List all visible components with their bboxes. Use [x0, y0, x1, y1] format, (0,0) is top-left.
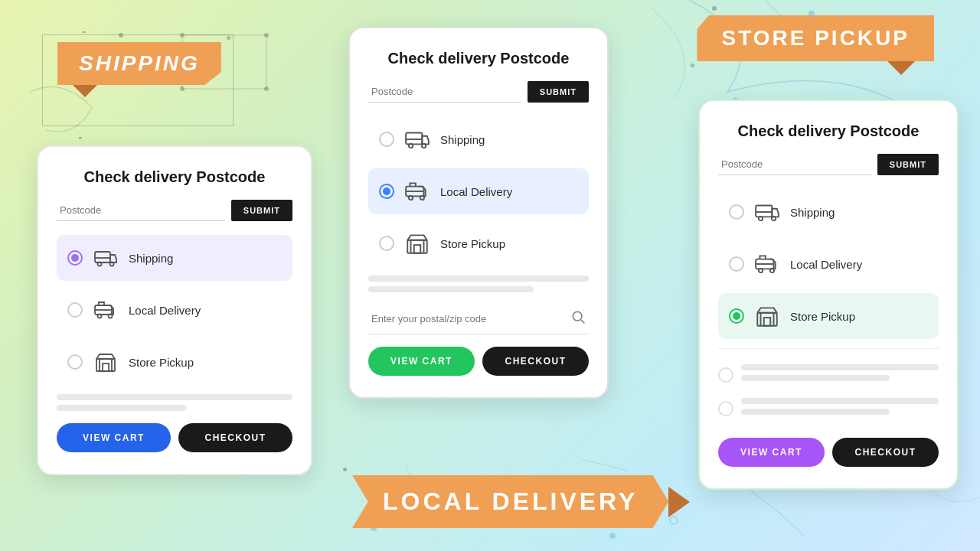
- search-icon-center[interactable]: [570, 309, 586, 328]
- card-left-submit-button[interactable]: SUBMIT: [231, 200, 292, 221]
- card-center-button-row: VIEW CART CHECKOUT: [368, 347, 589, 376]
- svg-point-29: [409, 144, 413, 148]
- svg-rect-37: [414, 245, 421, 253]
- card-right-option-store[interactable]: Store Pickup: [718, 293, 939, 339]
- card-left: Check delivery Postcode SUBMIT Shipping: [37, 145, 312, 475]
- svg-point-48: [759, 269, 763, 272]
- svg-point-21: [109, 315, 113, 318]
- card-left-title: Check delivery Postcode: [57, 168, 292, 186]
- card-left-option-local[interactable]: Local Delivery: [57, 287, 292, 333]
- svg-point-20: [98, 315, 102, 318]
- card-left-postcode-row: SUBMIT: [57, 200, 292, 221]
- card-right-postcode-input[interactable]: [718, 154, 871, 175]
- card-right-label-local: Local Delivery: [790, 258, 862, 271]
- svg-point-34: [420, 196, 424, 200]
- card-left-label-shipping: Shipping: [129, 252, 173, 265]
- card-center-postal-input[interactable]: [371, 313, 570, 324]
- card-left-option-shipping[interactable]: Shipping: [57, 235, 292, 281]
- card-center-label-local: Local Delivery: [440, 185, 512, 198]
- card-center-label-store: Store Pickup: [440, 237, 505, 250]
- banner-store-pickup: STORE PICKUP: [697, 15, 934, 61]
- card-left-postcode-input[interactable]: [57, 200, 225, 221]
- card-center-postcode-input[interactable]: [368, 81, 521, 103]
- shipping-banner-text: SHIPPING: [79, 51, 200, 75]
- card-center-title: Check delivery Postcode: [368, 50, 589, 67]
- card-left-skeleton: [57, 394, 292, 411]
- card-right-radio-store: [729, 308, 744, 324]
- card-right-submit-button[interactable]: SUBMIT: [877, 154, 939, 175]
- card-center-submit-button[interactable]: SUBMIT: [528, 81, 589, 103]
- card-right-title: Check delivery Postcode: [718, 122, 939, 140]
- card-left-radio-store: [67, 354, 83, 370]
- card-center-view-cart-button[interactable]: VIEW CART: [368, 347, 475, 376]
- card-center-postcode-row: SUBMIT: [368, 81, 589, 103]
- card-left-radio-local: [67, 302, 83, 318]
- card-center-checkout-button[interactable]: CHECKOUT: [482, 347, 589, 376]
- svg-point-11: [180, 86, 185, 91]
- card-right-label-shipping: Shipping: [790, 206, 835, 219]
- svg-point-33: [409, 196, 413, 200]
- shipping-icon-left: [92, 244, 119, 272]
- card-right-postcode-row: SUBMIT: [718, 154, 939, 175]
- local-delivery-banner-text: LOCAL DELIVERY: [383, 487, 638, 515]
- svg-point-49: [770, 269, 774, 272]
- card-right-button-row: VIEW CART CHECKOUT: [718, 438, 939, 467]
- skeleton-radio-1: [718, 367, 733, 383]
- card-center-option-shipping[interactable]: Shipping: [368, 116, 589, 162]
- svg-point-30: [422, 144, 426, 148]
- banner-local-delivery: LOCAL DELIVERY: [352, 475, 668, 528]
- svg-point-4: [670, 517, 678, 524]
- card-center-skeleton: [368, 276, 589, 292]
- svg-point-5: [609, 533, 616, 539]
- skeleton-content-2: [741, 398, 939, 419]
- card-center-option-store[interactable]: Store Pickup: [368, 220, 589, 266]
- card-left-radio-shipping: [67, 250, 83, 266]
- banner-shipping: SHIPPING: [57, 42, 221, 85]
- svg-point-17: [110, 262, 114, 266]
- svg-point-12: [264, 86, 269, 91]
- card-right-divider: [718, 348, 939, 349]
- svg-point-41: [573, 311, 582, 321]
- store-pickup-banner-text: STORE PICKUP: [721, 26, 910, 50]
- card-center-radio-local: [379, 184, 394, 199]
- svg-line-42: [581, 320, 584, 323]
- card-left-label-local: Local Delivery: [129, 304, 201, 317]
- local-delivery-icon-center: [403, 178, 431, 205]
- card-right-view-cart-button[interactable]: VIEW CART: [718, 438, 825, 467]
- svg-point-16: [98, 262, 102, 266]
- store-pickup-icon-right: [753, 302, 781, 330]
- svg-rect-24: [103, 364, 109, 371]
- svg-line-6: [582, 459, 628, 471]
- local-delivery-icon-right: [753, 250, 781, 278]
- card-right-radio-shipping: [729, 204, 744, 220]
- card-center-radio-shipping: [379, 132, 394, 147]
- svg-rect-43: [756, 206, 772, 217]
- card-right-option-local[interactable]: Local Delivery: [718, 241, 939, 287]
- card-left-label-store: Store Pickup: [129, 356, 194, 369]
- store-pickup-icon-left: [92, 348, 119, 376]
- card-left-checkout-button[interactable]: CHECKOUT: [178, 423, 292, 452]
- card-right: Check delivery Postcode SUBMIT Shipping: [698, 99, 959, 490]
- skeleton-content-1: [741, 364, 939, 386]
- card-right-option-shipping[interactable]: Shipping: [718, 189, 939, 235]
- card-right-checkout-button[interactable]: CHECKOUT: [832, 438, 939, 467]
- card-center-option-local[interactable]: Local Delivery: [368, 168, 589, 214]
- card-right-label-store: Store Pickup: [790, 310, 855, 323]
- svg-rect-52: [764, 318, 771, 326]
- card-center-label-shipping: Shipping: [440, 133, 485, 146]
- card-left-button-row: VIEW CART CHECKOUT: [57, 423, 292, 452]
- card-left-option-store[interactable]: Store Pickup: [57, 339, 292, 385]
- local-delivery-icon-left: [92, 296, 119, 324]
- svg-point-10: [264, 33, 269, 37]
- skeleton-radio-2: [718, 401, 733, 416]
- svg-point-45: [772, 217, 776, 220]
- card-center: Check delivery Postcode SUBMIT Shipping: [348, 27, 609, 399]
- svg-point-44: [759, 217, 763, 220]
- card-center-radio-store: [379, 236, 394, 251]
- shipping-icon-right: [753, 198, 781, 226]
- svg-point-9: [180, 33, 185, 37]
- card-center-postal-search: [368, 303, 589, 334]
- card-right-skeleton-row2: [718, 392, 939, 425]
- store-pickup-icon-center: [403, 230, 431, 257]
- card-left-view-cart-button[interactable]: VIEW CART: [57, 423, 171, 452]
